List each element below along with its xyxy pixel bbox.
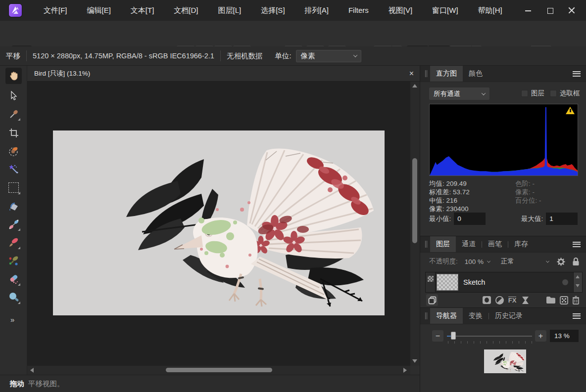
menu-file[interactable]: 文件[F] — [36, 3, 75, 18]
horizontal-scrollbar[interactable] — [27, 366, 410, 375]
erase-tool[interactable] — [5, 271, 22, 287]
blend-mode-value[interactable]: 正常 — [501, 257, 514, 266]
panel-grip-icon[interactable] — [425, 70, 427, 77]
menu-text[interactable]: 文本[T] — [123, 3, 162, 18]
opacity-label: 不透明度: — [429, 257, 458, 266]
marquee-checkbox-label: 选取框 — [560, 89, 580, 98]
vertical-scrollbar-thumb[interactable] — [412, 158, 417, 243]
scroll-left-icon[interactable] — [30, 368, 34, 373]
zoom-out-button[interactable]: − — [432, 330, 443, 342]
marquee-tool[interactable] — [5, 179, 22, 196]
min-input[interactable] — [454, 213, 486, 225]
scroll-down-icon[interactable] — [576, 284, 580, 287]
scroll-up-icon[interactable] — [412, 84, 417, 87]
panel-menu-icon[interactable] — [573, 71, 581, 77]
zoom-in-button[interactable]: + — [535, 330, 546, 342]
lock-icon[interactable] — [572, 257, 580, 266]
zoom-controls: − + — [420, 329, 586, 347]
scroll-right-icon[interactable] — [403, 368, 407, 373]
tools-overflow-icon[interactable]: » — [10, 315, 13, 324]
menu-select[interactable]: 选择[S] — [253, 3, 293, 18]
crop-tool[interactable] — [5, 125, 22, 141]
zoom-slider-ticks — [448, 341, 532, 344]
tab-channels[interactable]: 通道 — [456, 236, 482, 252]
paint-brush-tool[interactable] — [5, 234, 22, 251]
menu-filters[interactable]: Filters — [341, 3, 377, 18]
close-button[interactable] — [568, 7, 575, 14]
main-toolbar: » — [0, 21, 586, 46]
menu-arrange[interactable]: 排列[A] — [297, 3, 337, 18]
colour-picker-tool[interactable] — [5, 106, 22, 122]
new-layer-button[interactable] — [558, 294, 570, 306]
blend-gear-icon[interactable] — [557, 258, 565, 266]
layer-list-scrollbar[interactable] — [573, 272, 582, 292]
colour-replacement-brush-tool[interactable] — [5, 253, 22, 269]
menu-edit[interactable]: 编辑[E] — [79, 3, 119, 18]
edit-all-layers-button[interactable] — [426, 294, 438, 306]
menu-layer[interactable]: 图层[L] — [210, 3, 249, 18]
tab-history[interactable]: 历史记录 — [489, 308, 529, 324]
vertical-scrollbar[interactable] — [410, 82, 420, 366]
tab-navigator[interactable]: 导航器 — [430, 308, 463, 324]
layer-thumbnail[interactable] — [437, 274, 458, 291]
channel-value: 所有通道 — [434, 89, 460, 98]
zoom-slider-handle[interactable] — [451, 332, 456, 340]
tab-histogram[interactable]: 直方图 — [430, 66, 463, 82]
tab-brushes[interactable]: 画笔 — [482, 236, 508, 252]
horizontal-scrollbar-thumb[interactable] — [166, 368, 272, 372]
tab-transform[interactable]: 变换 — [463, 308, 488, 324]
document-tab[interactable]: Bird [只读] (13.1%) — [34, 69, 90, 78]
delete-layer-button[interactable] — [570, 294, 582, 306]
panel-menu-icon[interactable] — [573, 242, 581, 247]
opacity-value[interactable]: 100 % — [465, 258, 484, 265]
unit-label: 单位: — [275, 51, 291, 61]
gradient-tool[interactable] — [5, 216, 22, 232]
stat-level: - — [533, 180, 535, 187]
group-layers-button[interactable] — [545, 294, 557, 306]
layers-panel-header: 图层 通道 画笔 库存 — [420, 236, 586, 253]
canvas-viewport[interactable] — [27, 82, 410, 366]
tab-stock[interactable]: 库存 — [508, 236, 534, 252]
tab-color[interactable]: 颜色 — [463, 66, 488, 82]
move-tool[interactable] — [5, 87, 22, 103]
panel-grip-icon[interactable] — [425, 241, 427, 248]
minimize-button[interactable] — [525, 7, 532, 14]
maximize-button[interactable] — [546, 7, 553, 14]
layer-visibility-toggle[interactable] — [562, 279, 568, 285]
chevron-down-icon[interactable] — [546, 259, 549, 262]
menu-view[interactable]: 视图[V] — [381, 3, 420, 18]
adjustment-layer-button[interactable] — [493, 294, 505, 306]
stat-percentile: - — [539, 197, 541, 204]
menu-document[interactable]: 文档[D] — [166, 3, 206, 18]
flood-select-tool[interactable] — [5, 161, 22, 177]
zoom-slider-track[interactable] — [447, 336, 532, 337]
channel-select[interactable]: 所有通道 — [429, 87, 489, 100]
menu-window[interactable]: 窗口[W] — [424, 3, 466, 18]
warning-icon[interactable] — [566, 107, 575, 114]
layer-checkbox[interactable] — [521, 90, 528, 97]
layer-name[interactable]: Sketch — [463, 278, 485, 286]
panel-grip-icon[interactable] — [425, 312, 427, 319]
unit-select[interactable]: 像素 — [296, 50, 361, 62]
flood-fill-tool[interactable] — [5, 198, 22, 214]
blend-ranges-button[interactable] — [519, 294, 531, 306]
menu-help[interactable]: 帮助[H] — [470, 3, 510, 18]
scroll-down-icon[interactable] — [412, 359, 417, 363]
chevron-down-icon[interactable] — [487, 259, 490, 262]
menubar: 文件[F] 编辑[E] 文本[T] 文档[D] 图层[L] 选择[S] 排列[A… — [36, 3, 510, 18]
scroll-up-icon[interactable] — [576, 275, 580, 278]
tab-layers[interactable]: 图层 — [430, 236, 456, 252]
tab-close-icon[interactable]: × — [409, 69, 414, 78]
max-input[interactable] — [546, 213, 578, 225]
right-panels: 直方图 颜色 所有通道 图层 选取框 均值: 209.49 — [420, 66, 586, 392]
panel-menu-icon[interactable] — [573, 313, 581, 319]
mask-layer-button[interactable] — [481, 294, 492, 306]
layers-panel: 图层 通道 画笔 库存 不透明度: 100 % 正常 — [420, 236, 586, 307]
live-filter-button[interactable]: FX — [506, 294, 518, 306]
zoom-value-input[interactable] — [550, 330, 579, 342]
marquee-checkbox[interactable] — [550, 90, 557, 97]
blur-tool[interactable] — [5, 289, 22, 305]
navigator-thumbnail[interactable] — [484, 349, 526, 373]
selection-brush-tool[interactable] — [5, 143, 22, 159]
pan-hand-tool[interactable] — [5, 68, 22, 84]
